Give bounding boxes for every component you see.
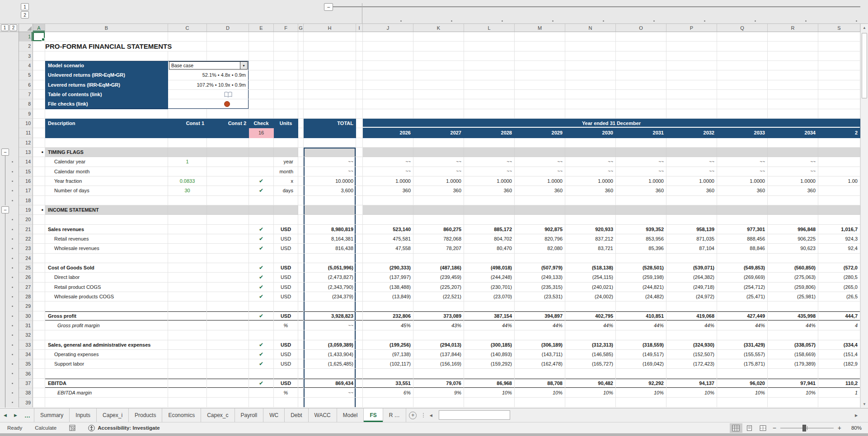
cell-K27[interactable]: (225,207): [413, 283, 464, 292]
cell-E39[interactable]: [249, 398, 274, 407]
cell-S9[interactable]: [818, 109, 860, 119]
cell-N32[interactable]: [565, 330, 616, 340]
cell-I7[interactable]: [356, 90, 363, 99]
cell-B32[interactable]: [45, 330, 168, 340]
cell-M14[interactable]: ~~: [515, 157, 565, 167]
cell-P23[interactable]: 87,104: [666, 244, 717, 253]
tab-scroll-right-arrow[interactable]: ▶: [10, 408, 21, 422]
cell-E8[interactable]: [249, 99, 274, 109]
cell-A35[interactable]: [33, 359, 45, 369]
cell-M21[interactable]: 902,875: [515, 225, 565, 234]
cell-L21[interactable]: 885,172: [464, 225, 515, 234]
cell-D29[interactable]: [207, 301, 249, 311]
cell-C9[interactable]: [168, 109, 207, 119]
cell-L2[interactable]: [464, 42, 515, 51]
new-sheet-button[interactable]: +: [406, 408, 420, 422]
row-header-38[interactable]: 38: [19, 388, 33, 398]
cell-G31[interactable]: [298, 321, 304, 330]
cell-K37[interactable]: 79,076: [413, 379, 464, 388]
cell-L3[interactable]: [464, 51, 515, 61]
cell-A33[interactable]: [33, 340, 45, 350]
cell-F19[interactable]: [274, 205, 298, 215]
cell-L12[interactable]: [464, 138, 515, 148]
cell-B9[interactable]: [45, 109, 168, 119]
cell-J14[interactable]: ~~: [363, 157, 413, 167]
cell-K26[interactable]: (239,459): [413, 273, 464, 282]
cell-L36[interactable]: [464, 369, 515, 378]
cell-D11[interactable]: [207, 128, 249, 138]
cell-K16[interactable]: 1.0000: [413, 176, 464, 186]
zoom-level-label[interactable]: 80%: [848, 425, 862, 431]
sheet-tab-model[interactable]: Model: [337, 408, 364, 422]
cell-D30[interactable]: [207, 311, 249, 321]
cell-N29[interactable]: [565, 301, 616, 311]
cell-K5[interactable]: [413, 70, 464, 80]
year-header-2030[interactable]: 2030: [565, 128, 616, 138]
cell-S39[interactable]: [818, 398, 860, 407]
cell-K34[interactable]: (137,844): [413, 350, 464, 359]
column-header-J[interactable]: J: [363, 24, 413, 32]
cell-D15[interactable]: [207, 167, 249, 176]
cell-R32[interactable]: [768, 330, 818, 340]
cell-O9[interactable]: [616, 109, 666, 119]
cell-C20[interactable]: [168, 215, 207, 224]
cell-N25[interactable]: (518,138): [565, 263, 616, 273]
cell-F37[interactable]: USD: [274, 379, 298, 388]
cell-J33[interactable]: (199,256): [363, 340, 413, 350]
cell-F11[interactable]: [274, 128, 298, 138]
cell-P20[interactable]: [666, 215, 717, 224]
cell-A28[interactable]: [33, 292, 45, 301]
row-header-15[interactable]: 15: [19, 167, 33, 176]
cell-P5[interactable]: [666, 70, 717, 80]
cell-E5[interactable]: [249, 70, 274, 80]
cell-D32[interactable]: [207, 330, 249, 340]
row-header-3[interactable]: 3: [19, 51, 33, 61]
cell-P18[interactable]: [666, 196, 717, 205]
cell-P34[interactable]: (152,507): [666, 350, 717, 359]
cell-E11[interactable]: 16: [249, 128, 274, 138]
row-header-25[interactable]: 25: [19, 263, 33, 273]
cell-H25[interactable]: (5,051,996): [304, 263, 356, 273]
cell-E27[interactable]: ✔: [249, 283, 274, 292]
column-header-G[interactable]: G: [298, 24, 304, 32]
cell-S23[interactable]: 92,4: [818, 244, 860, 253]
cell-Q2[interactable]: [717, 42, 768, 51]
cell-C3[interactable]: [168, 51, 207, 61]
scenario-dropdown[interactable]: Base case▼: [169, 61, 248, 70]
cell-S16[interactable]: 1.00: [818, 176, 860, 186]
cell-P9[interactable]: [666, 109, 717, 119]
cell-H15[interactable]: ~~: [304, 167, 356, 176]
cell-I27[interactable]: [356, 283, 363, 292]
cell-J4[interactable]: [363, 61, 413, 70]
cell-G19[interactable]: [298, 205, 304, 215]
cell-M26[interactable]: (249,133): [515, 273, 565, 282]
cell-A4[interactable]: [33, 61, 45, 70]
cell-O36[interactable]: [616, 369, 666, 378]
cell-B11[interactable]: [45, 128, 168, 138]
cell-Q35[interactable]: (175,871): [717, 359, 768, 369]
row-header-4[interactable]: 4: [19, 61, 33, 70]
cell-R26[interactable]: (275,063): [768, 273, 818, 282]
cell-S26[interactable]: (280,5: [818, 273, 860, 282]
year-header-2033[interactable]: 2033: [717, 128, 768, 138]
cell-N12[interactable]: [565, 138, 616, 148]
cell-G22[interactable]: [298, 234, 304, 244]
cell-M23[interactable]: 82,080: [515, 244, 565, 253]
cell-K20[interactable]: [413, 215, 464, 224]
cell-K23[interactable]: 78,207: [413, 244, 464, 253]
cell-Q20[interactable]: [717, 215, 768, 224]
cell-I17[interactable]: [356, 186, 363, 195]
year-header-2031[interactable]: 2031: [616, 128, 666, 138]
cell-M15[interactable]: ~~: [515, 167, 565, 176]
column-header-P[interactable]: P: [666, 24, 717, 32]
cell-M2[interactable]: [515, 42, 565, 51]
cell-C28[interactable]: [168, 292, 207, 301]
cell-Q39[interactable]: [717, 398, 768, 407]
cell-J36[interactable]: [363, 369, 413, 378]
tab-scroll-left-arrow[interactable]: ◀: [0, 408, 10, 422]
cell-G35[interactable]: [298, 359, 304, 369]
cell-A2[interactable]: [33, 42, 45, 51]
cell-I29[interactable]: [356, 301, 363, 311]
cell-P8[interactable]: [666, 99, 717, 109]
cell-K19[interactable]: [413, 205, 464, 215]
